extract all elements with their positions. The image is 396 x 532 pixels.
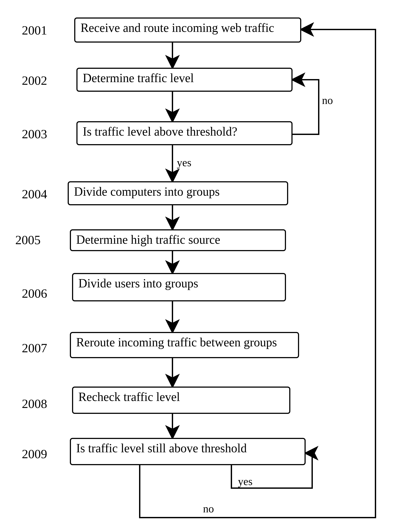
node-2006-text: Divide users into groups	[78, 276, 198, 290]
node-2007: Reroute incoming traffic between groups	[70, 332, 299, 358]
step-label-2005: 2005	[15, 233, 41, 247]
node-2003: Is traffic level above threshold?	[76, 121, 292, 145]
step-label-2007: 2007	[22, 341, 47, 355]
edge-label-2009-no: no	[203, 502, 214, 515]
step-label-2008: 2008	[22, 396, 47, 411]
step-label-2009: 2009	[22, 447, 47, 461]
node-2001-text: Receive and route incoming web traffic	[81, 21, 274, 35]
node-2003-text: Is traffic level above threshold?	[83, 125, 237, 138]
edge-2003-no	[292, 80, 319, 134]
node-2007-text: Reroute incoming traffic between groups	[76, 335, 277, 349]
node-2005: Determine high traffic source	[70, 229, 286, 251]
step-label-2004: 2004	[22, 187, 47, 201]
node-2002-text: Determine traffic level	[83, 71, 194, 85]
node-2008-text: Recheck traffic level	[78, 390, 180, 403]
node-2004: Divide computers into groups	[68, 181, 288, 205]
edge-label-2003-yes: yes	[177, 156, 192, 169]
node-2006: Divide users into groups	[72, 273, 286, 301]
step-label-2003: 2003	[22, 127, 47, 141]
node-2005-text: Determine high traffic source	[76, 233, 220, 246]
node-2009-text: Is traffic level still above threshold	[76, 441, 247, 455]
node-2004-text: Divide computers into groups	[74, 185, 220, 198]
step-label-2006: 2006	[22, 286, 47, 301]
edge-label-2009-yes: yes	[238, 475, 253, 488]
node-2009: Is traffic level still above threshold	[70, 438, 306, 465]
node-2001: Receive and route incoming web traffic	[74, 18, 301, 43]
node-2008: Recheck traffic level	[72, 386, 290, 414]
step-label-2002: 2002	[22, 73, 47, 88]
step-label-2001: 2001	[22, 23, 47, 38]
edge-label-2003-no: no	[322, 94, 333, 107]
node-2002: Determine traffic level	[76, 68, 292, 92]
